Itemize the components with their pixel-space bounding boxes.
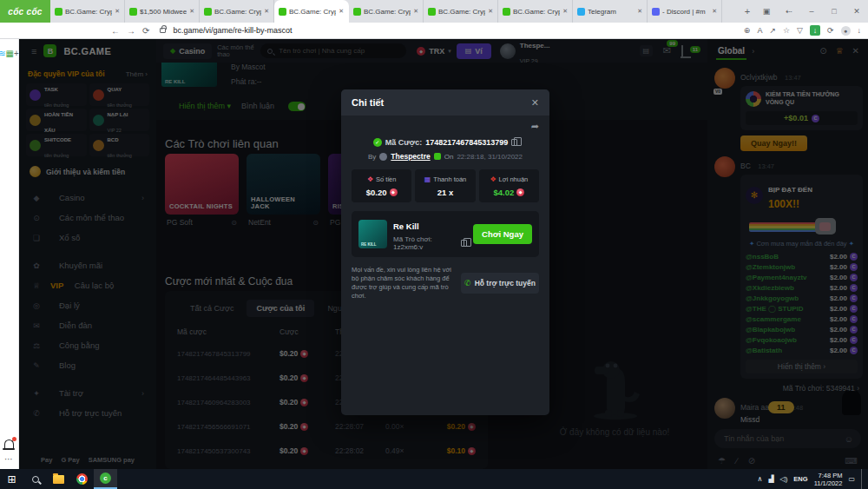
tab-favicon xyxy=(55,8,62,16)
modal-close-icon[interactable]: ✕ xyxy=(531,97,539,109)
url-text[interactable]: bc.game/vi/game/re-kill-by-mascot xyxy=(173,26,292,35)
chrome-icon[interactable] xyxy=(70,469,94,489)
browser-tab[interactable]: BC.Game: Crypto ✕ xyxy=(349,0,424,23)
profit-label: Lợi nhuận xyxy=(499,175,529,183)
tray-expand-icon[interactable]: ∧ xyxy=(758,475,763,483)
copy-icon[interactable] xyxy=(461,240,467,247)
tab-close-icon[interactable]: ✕ xyxy=(189,8,194,15)
volume-icon[interactable]: ◁) xyxy=(780,475,788,483)
browser-tab[interactable]: $1,500 Midweek ✕ xyxy=(125,0,200,23)
play-now-button[interactable]: Chơi Ngay xyxy=(473,224,532,244)
share-icon[interactable]: ↗ xyxy=(769,26,776,35)
profit-icon: ❖ xyxy=(490,175,496,183)
payout-label: Thanh toán xyxy=(433,175,466,183)
bet-datetime: 22:28:18, 31/10/2022 xyxy=(457,153,523,161)
tab-title: Telegram xyxy=(588,8,635,16)
side-panel-icon[interactable]: ▣ xyxy=(755,7,778,16)
tab-favicon xyxy=(353,8,361,16)
browser-tab[interactable]: Telegram ✕ xyxy=(573,0,648,23)
browser-tab[interactable]: BC.Game: Crypto ✕ xyxy=(274,0,349,23)
bettor-username[interactable]: Thespectre xyxy=(391,152,430,161)
reload-button[interactable]: ⟳ xyxy=(142,26,149,36)
language-indicator[interactable]: ENG xyxy=(793,475,807,483)
tab-favicon xyxy=(129,8,137,16)
download-video-icon[interactable]: ↓ xyxy=(810,25,820,36)
sync-icon[interactable]: ⟳ xyxy=(827,26,834,35)
downloads-icon[interactable]: ↓ xyxy=(858,26,862,35)
payout-stat: ▦ Thanh toán 21 x xyxy=(415,169,475,202)
tab-close-icon[interactable]: ✕ xyxy=(339,8,344,15)
tab-title: BC.Game: Crypto xyxy=(289,8,336,16)
payout-value: 21 x xyxy=(437,188,454,197)
minimize-button[interactable]: – xyxy=(800,7,823,16)
browser-tab-bar: cốc cốc BC.Game: Crypto ✕ $1,500 Midweek… xyxy=(0,0,868,23)
quickbar-icon[interactable]: ▦ xyxy=(6,49,14,58)
game-thumbnail[interactable]: RE KILL xyxy=(358,220,387,248)
verified-check-icon: ✓ xyxy=(373,138,382,147)
browser-tab[interactable]: - Discord | #m ✕ xyxy=(648,0,722,23)
adblock-shield-icon[interactable]: ▽ xyxy=(797,26,803,35)
money-icon: ❖ xyxy=(367,175,373,183)
share-bet-icon[interactable]: ➦ xyxy=(352,121,539,135)
back-button[interactable]: ← xyxy=(111,26,120,36)
pin-window-icon[interactable]: ⇠ xyxy=(778,7,800,16)
tab-close-icon[interactable]: ✕ xyxy=(637,8,642,15)
quickbar-icon[interactable]: + xyxy=(14,49,19,58)
profit-stat: ❖ Lợi nhuận $4.02 xyxy=(479,169,539,202)
tab-favicon xyxy=(279,8,286,16)
tab-title: BC.Game: Crypto xyxy=(65,8,112,16)
tab-close-icon[interactable]: ✕ xyxy=(488,8,493,15)
tab-strip: BC.Game: Crypto ✕ $1,500 Midweek ✕ BC.Ga… xyxy=(50,0,740,23)
bet-stats-row: ❖ Số tiền $0.20 ▦ Thanh toán 21 x ❖ Lợi … xyxy=(352,169,539,202)
show-desktop-strip[interactable] xyxy=(861,469,865,489)
coccoc-brand-logo[interactable]: cốc cốc xyxy=(0,0,50,23)
date-text: 11/1/2022 xyxy=(814,479,843,487)
ssl-lock-icon[interactable] xyxy=(160,28,166,33)
start-button[interactable]: ⊞ xyxy=(0,469,23,489)
bet-id-value: 1748217467845313799 xyxy=(425,138,508,147)
tab-close-icon[interactable]: ✕ xyxy=(712,8,717,15)
close-window-button[interactable]: ✕ xyxy=(845,7,868,16)
live-support-label: Hỗ trợ trực tuyến xyxy=(475,279,536,287)
profile-avatar-icon[interactable]: ● xyxy=(841,26,851,36)
tab-close-icon[interactable]: ✕ xyxy=(264,8,269,15)
modal-header: Chi tiết ✕ xyxy=(341,89,549,116)
headset-icon: ✆ xyxy=(464,279,471,287)
maximize-button[interactable]: □ xyxy=(823,7,845,16)
coccoc-taskbar-icon[interactable]: c xyxy=(94,469,117,489)
live-support-button[interactable]: ✆ Hỗ trợ trực tuyến xyxy=(461,273,539,294)
time-text: 7:48 PM xyxy=(819,472,843,479)
taskbar-search-icon[interactable] xyxy=(23,469,47,489)
new-tab-button[interactable]: + xyxy=(740,0,755,23)
tab-close-icon[interactable]: ✕ xyxy=(115,8,120,15)
save-page-icon[interactable]: ⊕ xyxy=(744,26,751,35)
address-bar: ← → ⟳ bc.game/vi/game/re-kill-by-mascot … xyxy=(0,23,868,39)
address-bar-actions: ⊕ A ↗ ☆ ▽ ↓ ⟳ ● ↓ xyxy=(744,25,861,36)
modal-title: Chi tiết xyxy=(352,97,384,108)
forward-button[interactable]: → xyxy=(127,26,135,36)
tab-close-icon[interactable]: ✕ xyxy=(562,8,568,15)
tab-favicon xyxy=(204,8,212,16)
browser-tab[interactable]: BC.Game: Crypto ✕ xyxy=(424,0,498,23)
browser-tab[interactable]: BC.Game: Crypto ✕ xyxy=(50,0,125,23)
file-explorer-icon[interactable] xyxy=(47,469,70,489)
game-name: Re Kill xyxy=(393,221,419,231)
system-tray: ∧ ▟ ◁) ENG 7:48 PM 11/1/2022 ▭ xyxy=(758,469,868,489)
taskbar-clock[interactable]: 7:48 PM 11/1/2022 xyxy=(814,472,843,487)
mini-avatar-icon xyxy=(379,153,387,161)
browser-tab[interactable]: BC.Game: Crypto ✕ xyxy=(200,0,274,23)
bet-author-line: By Thespectre On 22:28:18, 31/10/2022 xyxy=(352,152,539,161)
translate-icon[interactable]: A xyxy=(757,26,762,35)
copy-icon[interactable] xyxy=(511,139,517,146)
more-options-icon[interactable]: ⋯ xyxy=(4,454,14,464)
network-icon[interactable]: ▟ xyxy=(768,475,773,483)
notification-dot xyxy=(12,437,16,441)
action-center-icon[interactable]: ▭ xyxy=(848,475,855,483)
bookmark-star-icon[interactable]: ☆ xyxy=(783,26,790,35)
browser-tab[interactable]: BC.Game: Crypto ✕ xyxy=(498,0,573,23)
game-code: Mã Trò chơi: 1z2xm6:v xyxy=(393,235,457,251)
notifications-bell-icon[interactable] xyxy=(4,439,14,448)
amount-stat: ❖ Số tiền $0.20 xyxy=(352,169,411,202)
tab-close-icon[interactable]: ✕ xyxy=(413,8,418,15)
trx-coin-icon xyxy=(516,188,524,196)
